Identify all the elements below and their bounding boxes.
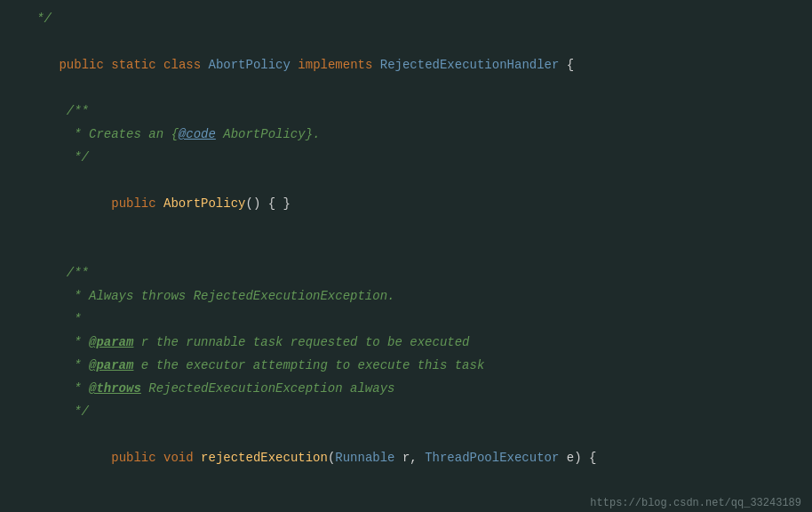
code-line-7 xyxy=(0,238,812,261)
code-line-14: */ xyxy=(0,400,812,423)
code-text: public void rejectedExecution(Runnable r… xyxy=(14,423,596,492)
code-text: /** xyxy=(14,261,89,284)
code-text: * @param e the executor attempting to ex… xyxy=(14,354,484,377)
code-text: */ xyxy=(14,400,89,423)
code-line-11: * @param r the runnable task requested t… xyxy=(0,331,812,354)
code-text: */ xyxy=(14,146,89,169)
code-text: */ xyxy=(14,7,52,30)
bottom-bar: https://blog.csdn.net/qq_33243189 xyxy=(0,494,812,512)
code-line-10: * xyxy=(0,308,812,331)
code-line-4: * Creates an {@code AbortPolicy}. xyxy=(0,123,812,146)
code-line-5: */ xyxy=(0,146,812,169)
code-container: */ public static class AbortPolicy imple… xyxy=(0,0,812,494)
code-line-9: * Always throws RejectedExecutionExcepti… xyxy=(0,284,812,308)
code-text: * Always throws RejectedExecutionExcepti… xyxy=(14,284,394,308)
url-text: https://blog.csdn.net/qq_33243189 xyxy=(590,497,801,509)
code-line-13: * @throws RejectedExecutionException alw… xyxy=(0,377,812,400)
code-line-15: public void rejectedExecution(Runnable r… xyxy=(0,423,812,492)
code-line-3: /** xyxy=(0,100,812,123)
code-text: * @throws RejectedExecutionException alw… xyxy=(14,377,394,400)
code-text: public AbortPolicy() { } xyxy=(14,169,291,238)
code-line-1: */ xyxy=(0,7,812,30)
code-text xyxy=(14,238,21,261)
code-line-2: public static class AbortPolicy implemen… xyxy=(0,30,812,100)
code-text: public static class AbortPolicy implemen… xyxy=(14,30,574,100)
code-line-12: * @param e the executor attempting to ex… xyxy=(0,354,812,377)
code-line-8: /** xyxy=(0,261,812,284)
code-text: /** xyxy=(14,100,89,123)
code-text: * xyxy=(14,308,82,331)
code-text: * Creates an {@code AbortPolicy}. xyxy=(14,123,320,146)
code-text: * @param r the runnable task requested t… xyxy=(14,331,470,354)
code-line-6: public AbortPolicy() { } xyxy=(0,169,812,238)
